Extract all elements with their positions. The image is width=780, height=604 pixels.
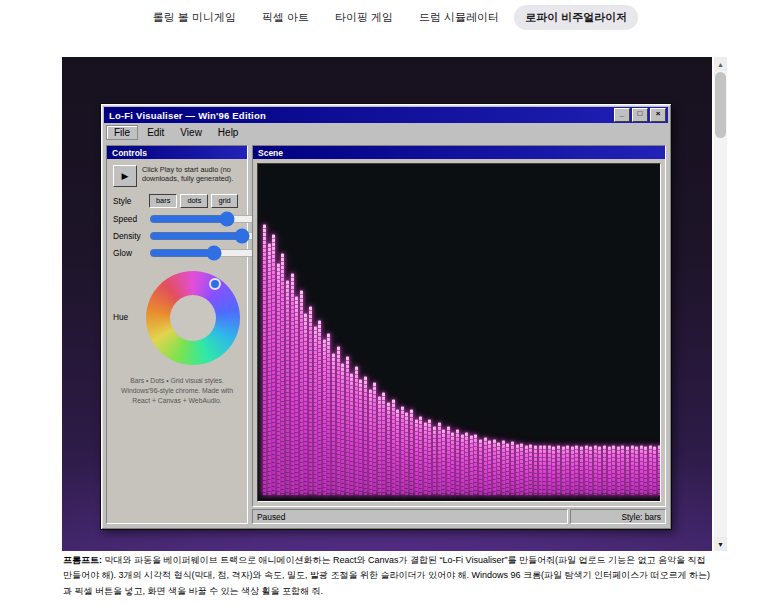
menu-item-view[interactable]: View xyxy=(173,126,209,139)
style-dots-button[interactable]: dots xyxy=(180,194,208,208)
spectrum-bar xyxy=(355,366,358,495)
speed-row: Speed xyxy=(113,213,241,225)
spectrum-bar xyxy=(585,445,588,495)
scene-column: Scene Paused Style: bars xyxy=(252,145,666,524)
spectrum-bar xyxy=(598,446,601,495)
spectrum-bar xyxy=(516,444,519,495)
scroll-down-icon[interactable]: ▼ xyxy=(714,537,727,551)
spectrum-bar xyxy=(484,437,487,495)
tab-drum-simulator[interactable]: 드럼 시뮬레이터 xyxy=(408,5,510,30)
visualiser-window: Lo-Fi Visualiser — Win'96 Edition _ □ × … xyxy=(100,103,672,530)
spectrum-bar xyxy=(410,409,413,495)
spectrum-bar xyxy=(603,445,606,495)
page-scrollbar[interactable]: ▲ ▼ xyxy=(714,57,727,551)
spectrum-bar xyxy=(337,346,340,495)
density-label: Density xyxy=(113,231,149,241)
spectrum-bar xyxy=(502,440,505,495)
hue-color-wheel[interactable] xyxy=(146,271,240,365)
spectrum-bar xyxy=(286,280,289,495)
density-row: Density xyxy=(113,230,241,242)
status-style: Style: bars xyxy=(570,509,666,524)
spectrum-bar xyxy=(465,432,468,495)
spectrum-bar xyxy=(580,446,583,495)
spectrum-bar xyxy=(433,426,436,496)
spectrum-bar xyxy=(566,445,569,495)
window-title-bar[interactable]: Lo-Fi Visualiser — Win'96 Edition _ □ × xyxy=(104,107,668,123)
spectrum-bar xyxy=(304,313,307,495)
spectrum-bar xyxy=(309,306,312,495)
tab-rolling-ball-minigame[interactable]: 롤링 볼 미니게임 xyxy=(142,5,247,30)
spectrum-bar xyxy=(364,376,367,495)
menu-item-file[interactable]: File xyxy=(106,125,138,140)
play-row: ▶ Click Play to start audio (no download… xyxy=(113,165,241,187)
spectrum-bar xyxy=(488,440,491,495)
controls-panel: Controls ▶ Click Play to start audio (no… xyxy=(106,145,248,524)
spectrum-bar xyxy=(359,379,362,495)
spectrum-bar xyxy=(644,446,647,495)
prompt-label: 프롬프트: xyxy=(63,555,102,565)
minimize-icon[interactable]: _ xyxy=(614,108,630,122)
spectrum-bar xyxy=(373,382,376,495)
spectrum-bar xyxy=(635,446,638,495)
spectrum-bar xyxy=(268,243,271,495)
style-grid-button[interactable]: grid xyxy=(211,194,237,208)
spectrum-bar xyxy=(369,389,372,495)
window-body: Controls ▶ Click Play to start audio (no… xyxy=(104,142,668,526)
hue-indicator-dot[interactable] xyxy=(209,278,221,290)
spectrum-bar xyxy=(479,439,482,495)
spectrum-bar xyxy=(291,273,294,495)
preview-stage: Lo-Fi Visualiser — Win'96 Edition _ □ × … xyxy=(62,57,712,551)
tab-pixel-art[interactable]: 픽셀 아트 xyxy=(251,5,320,30)
glow-label: Glow xyxy=(113,248,149,258)
spectrum-bar xyxy=(626,446,629,495)
speed-label: Speed xyxy=(113,214,149,224)
prompt-body: 막대와 파동을 베이퍼웨이브 트랙으로 애니메이션화하는 React와 Canv… xyxy=(63,555,710,596)
spectrum-bar xyxy=(405,412,408,495)
spectrum-bar xyxy=(415,419,418,495)
play-button[interactable]: ▶ xyxy=(113,165,137,187)
spectrum-bar xyxy=(428,419,431,495)
scroll-up-icon[interactable]: ▲ xyxy=(714,57,727,71)
spectrum-bar xyxy=(548,445,551,495)
spectrum-bar xyxy=(350,373,353,495)
spectrum-bar xyxy=(543,445,546,495)
play-hint-text: Click Play to start audio (no downloads,… xyxy=(142,165,241,184)
spectrum-bar xyxy=(387,402,390,495)
scene-panel-header: Scene xyxy=(253,146,665,159)
tab-typing-game[interactable]: 타이핑 게임 xyxy=(324,5,404,30)
spectrum-bar xyxy=(396,409,399,495)
spectrum-bar xyxy=(474,434,477,495)
spectrum-bar xyxy=(658,445,661,495)
menu-item-edit[interactable]: Edit xyxy=(140,126,171,139)
close-icon[interactable]: × xyxy=(650,108,666,122)
spectrum-bar xyxy=(277,263,280,495)
spectrum-bar xyxy=(575,445,578,495)
menu-item-help[interactable]: Help xyxy=(211,126,246,139)
spectrum-bar xyxy=(461,434,464,495)
controls-panel-header: Controls xyxy=(107,146,247,159)
spectrum-bar xyxy=(525,445,528,495)
spectrum-bar xyxy=(346,356,349,495)
spectrum-bar xyxy=(552,446,555,495)
spectrum-bar xyxy=(447,426,450,496)
spectrum-bar xyxy=(332,353,335,495)
tab-lofi-visualiser[interactable]: 로파이 비주얼라이저 xyxy=(514,5,638,30)
spectrum-bar xyxy=(327,333,330,495)
spectrum-bar xyxy=(314,326,317,495)
spectrum-bar xyxy=(419,416,422,495)
maximize-icon[interactable]: □ xyxy=(632,108,648,122)
spectrum-bar xyxy=(617,446,620,495)
spectrum-bar xyxy=(300,290,303,495)
style-bars-button[interactable]: bars xyxy=(149,194,177,208)
spectrum-bar xyxy=(612,445,615,495)
spectrum-bar xyxy=(281,253,284,495)
spectrum-bar xyxy=(534,445,537,495)
scrollbar-thumb[interactable] xyxy=(715,72,726,138)
spectrum-bar xyxy=(640,445,643,495)
status-playback: Paused xyxy=(252,509,568,524)
scene-panel: Scene xyxy=(252,145,666,507)
visualiser-canvas xyxy=(257,163,661,502)
play-icon: ▶ xyxy=(122,171,129,181)
spectrum-bar xyxy=(401,406,404,495)
spectrum-bar xyxy=(608,446,611,495)
